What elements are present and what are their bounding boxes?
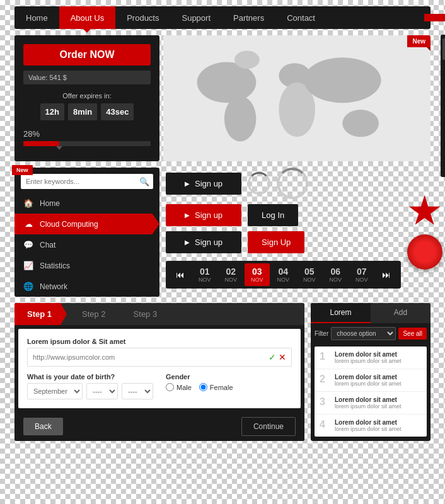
- menu-network-label: Network: [40, 282, 67, 291]
- date-item-1[interactable]: 01 NOV: [192, 263, 217, 286]
- menu-home-icon: 🏠: [23, 198, 33, 208]
- date-month-5: NOV: [303, 277, 316, 283]
- list-tabs: Lorem Add: [311, 303, 431, 323]
- progress-bar: [23, 141, 151, 146]
- signup-dark-button-1[interactable]: ▶ Sign up: [166, 173, 241, 195]
- item-text-3: Lorem dolor sit amet lorem ipsum dolor s…: [335, 396, 422, 410]
- hero-section: Order NOW Value: 541 $ Offer expires in:…: [14, 35, 431, 161]
- search-input[interactable]: [21, 174, 153, 189]
- menu-chat-icon: 💬: [23, 240, 33, 249]
- see-all-button[interactable]: See all: [398, 328, 427, 340]
- sidebar-home-icon[interactable]: 🏠: [442, 38, 445, 60]
- menu-home-label: Home: [40, 199, 60, 208]
- item-title-4: Lorem dolor sit amet: [335, 419, 422, 426]
- tab-lorem[interactable]: Lorem: [311, 303, 371, 323]
- sidebar-globe-icon[interactable]: 🌐: [442, 129, 445, 151]
- spinner-large: [277, 168, 308, 199]
- male-radio-label[interactable]: Male: [166, 383, 192, 391]
- female-radio[interactable]: [199, 383, 207, 391]
- nav-products[interactable]: Products: [115, 6, 170, 29]
- date-prev-button[interactable]: ⏮: [170, 266, 191, 284]
- menu-item-network[interactable]: 🌐 Network: [14, 276, 159, 297]
- date-item-7[interactable]: 07 NOV: [349, 263, 374, 286]
- back-button[interactable]: Back: [23, 418, 63, 435]
- bottom-section: Step 1 Step 2 Step 3 Lorem ipsum dolor &…: [14, 303, 431, 441]
- sidebar-gear-icon[interactable]: ⚙: [442, 152, 445, 173]
- item-text-2: Lorem dolor sit amet lorem ipsum dolor s…: [335, 374, 422, 387]
- item-num-4: 4: [320, 419, 330, 430]
- nav-contact[interactable]: Contact: [275, 6, 327, 29]
- btn-row-2: ▶ Sign up Log In: [166, 204, 401, 226]
- menu-item-stats[interactable]: 📈 Statistics: [14, 255, 159, 276]
- input-icons: ✓ ✕: [269, 352, 286, 362]
- signup-red-button[interactable]: ▶ Sign up: [166, 204, 241, 226]
- menu-stats-icon: 📈: [23, 261, 33, 270]
- form-body: Lorem ipsum dolor & Sit amet ✓ ✕ What is…: [18, 329, 301, 408]
- dob-label: What is your date of birth?: [27, 373, 153, 381]
- sidebar-cloud-icon[interactable]: ☁: [442, 61, 445, 83]
- svg-point-5: [342, 110, 379, 137]
- left-nav-panel: New 🔍 🏠 Home ☁ Cloud Computing 💬 Chat 📈 …: [14, 168, 159, 297]
- nav-home[interactable]: Home: [14, 6, 59, 29]
- sidebar-layers-icon[interactable]: ❑: [442, 84, 445, 105]
- field1-label: Lorem ipsum dolor & Sit amet: [27, 338, 292, 345]
- day-select[interactable]: ----: [86, 383, 118, 399]
- item-text-1: Lorem dolor sit amet lorem ipsum dolor s…: [335, 351, 422, 364]
- year-select[interactable]: ----: [122, 383, 153, 399]
- signup-dark-button-2[interactable]: ▶ Sign up: [166, 231, 241, 253]
- male-radio[interactable]: [166, 383, 174, 391]
- date-month-2: NOV: [225, 277, 238, 283]
- date-item-3[interactable]: 03 NOV: [245, 263, 270, 286]
- date-item-2[interactable]: 02 NOV: [219, 263, 244, 286]
- female-radio-label[interactable]: Female: [199, 383, 233, 391]
- nav-arrow: [424, 8, 445, 27]
- step-2[interactable]: Step 2: [67, 303, 118, 325]
- middle-section: New 🔍 🏠 Home ☁ Cloud Computing 💬 Chat 📈 …: [14, 168, 431, 297]
- nav-support[interactable]: Support: [170, 6, 222, 29]
- date-month-6: NOV: [330, 277, 342, 283]
- gender-col: Gender Male Female: [166, 373, 292, 399]
- item-sub-1: lorem ipsum dolor sit amet: [335, 358, 422, 364]
- nav-partners[interactable]: Partners: [222, 6, 275, 29]
- date-item-4[interactable]: 04 NOV: [271, 263, 296, 286]
- btn-row-1: ▶ Sign up: [166, 168, 401, 199]
- menu-network-icon: 🌐: [23, 282, 33, 291]
- login-button[interactable]: Log In: [248, 204, 298, 226]
- date-month-1: NOV: [199, 277, 211, 283]
- spinner-area: [248, 168, 308, 199]
- order-now-button[interactable]: Order NOW: [23, 44, 151, 66]
- date-item-5[interactable]: 05 NOV: [297, 263, 322, 286]
- gender-label: Gender: [166, 373, 292, 381]
- date-num-6: 06: [331, 266, 341, 277]
- list-item: 2 Lorem dolor sit amet lorem ipsum dolor…: [315, 369, 427, 392]
- menu-item-chat[interactable]: 💬 Chat: [14, 234, 159, 255]
- nav-about[interactable]: About Us: [59, 6, 115, 29]
- step-1[interactable]: Step 1: [14, 303, 67, 325]
- male-label: Male: [176, 384, 192, 391]
- sidebar-chart-icon[interactable]: 📈: [442, 106, 445, 128]
- step-3[interactable]: Step 3: [118, 303, 170, 325]
- filter-select[interactable]: choose option: [331, 327, 396, 340]
- svg-point-4: [304, 57, 381, 103]
- check-icon: ✓: [269, 352, 276, 362]
- menu-item-cloud[interactable]: ☁ Cloud Computing: [14, 214, 159, 234]
- search-icon[interactable]: 🔍: [139, 177, 149, 186]
- menu-cloud-icon: ☁: [23, 219, 33, 229]
- filter-row: Filter choose option See all: [311, 323, 431, 344]
- item-num-2: 2: [320, 374, 330, 385]
- arrow-icon-2: ▶: [185, 212, 190, 219]
- date-next-button[interactable]: ⏭: [376, 266, 397, 284]
- progress-marker: [56, 146, 62, 150]
- filter-label: Filter: [315, 330, 328, 337]
- tab-add[interactable]: Add: [371, 303, 431, 323]
- progress-fill: [23, 141, 59, 146]
- svg-point-1: [224, 96, 256, 141]
- signup-bold-button[interactable]: Sign Up: [248, 231, 304, 253]
- continue-button[interactable]: Continue: [241, 417, 296, 436]
- field1-input[interactable]: [33, 353, 269, 361]
- menu-item-home[interactable]: 🏠 Home: [14, 193, 159, 214]
- item-title-2: Lorem dolor sit amet: [335, 374, 422, 381]
- date-item-6[interactable]: 06 NOV: [323, 263, 349, 286]
- item-num-1: 1: [320, 351, 330, 362]
- month-select[interactable]: September: [27, 383, 83, 399]
